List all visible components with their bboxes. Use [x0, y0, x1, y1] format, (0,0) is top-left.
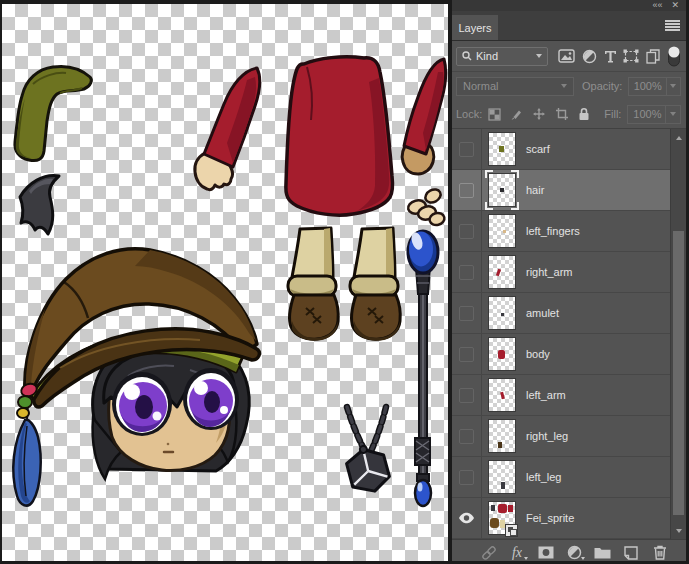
layer-styles-fx-button[interactable]: fx [509, 544, 526, 561]
lock-transparent-pixels-icon[interactable] [488, 108, 501, 121]
visibility-toggle[interactable] [452, 498, 482, 538]
lock-image-pixels-icon[interactable] [510, 108, 523, 121]
search-icon [462, 51, 472, 61]
filter-kind-dropdown[interactable]: Kind [456, 47, 548, 66]
eye-icon [458, 512, 475, 524]
lock-artboard-icon[interactable] [555, 107, 569, 121]
visibility-toggle[interactable] [452, 334, 482, 374]
amulet-sprite [344, 407, 391, 495]
fill-chevron[interactable] [666, 105, 681, 124]
layer-thumbnail[interactable] [488, 214, 516, 248]
close-panel-button[interactable]: ✕ [671, 1, 679, 10]
collapse-panel-button[interactable]: «« [652, 1, 662, 10]
layers-panel: «« ✕ Layers Kind [452, 0, 686, 561]
layer-row-hair[interactable]: hair [452, 170, 670, 211]
visibility-toggle[interactable] [452, 252, 482, 292]
staff-sprite [408, 231, 438, 506]
blend-mode-dropdown[interactable]: Normal [456, 77, 574, 96]
new-layer-button[interactable] [623, 544, 640, 561]
type-layer-filter-icon[interactable] [604, 50, 617, 63]
visibility-toggle[interactable] [452, 416, 482, 456]
layer-thumbnail[interactable] [488, 460, 516, 494]
filter-kind-label: Kind [476, 50, 532, 62]
scroll-up-arrow[interactable] [671, 131, 686, 144]
left-leg-sprite [350, 228, 400, 341]
right-arm-sprite [402, 59, 446, 174]
layer-name: right_leg [526, 430, 568, 442]
layer-row-left-fingers[interactable]: left_fingers [452, 211, 670, 252]
visibility-toggle[interactable] [452, 170, 482, 210]
layer-thumbnail[interactable] [488, 419, 516, 453]
new-adjustment-layer-button[interactable] [566, 544, 583, 561]
visibility-toggle[interactable] [452, 211, 482, 251]
left-fingers-sprite [407, 187, 446, 227]
lock-label: Lock: [456, 108, 482, 120]
character-head-sprite [13, 249, 259, 506]
opacity-label: Opacity: [582, 80, 622, 92]
layer-name: right_arm [526, 266, 572, 278]
layer-name: left_leg [526, 471, 561, 483]
chevron-down-icon [561, 84, 567, 88]
fill-label: Fill: [604, 108, 621, 120]
layer-name: amulet [526, 307, 559, 319]
pixel-layer-filter-icon[interactable] [558, 49, 575, 63]
layer-name: Fei_sprite [526, 512, 574, 524]
smart-object-badge [505, 524, 518, 537]
link-layers-button[interactable] [480, 544, 497, 561]
sprite-sheet-artwork [2, 4, 448, 561]
panel-titlebar: «« ✕ [452, 0, 686, 11]
fill-value-field[interactable]: 100% [627, 105, 666, 124]
layer-row-left-arm[interactable]: left_arm [452, 375, 670, 416]
layer-name: left_fingers [526, 225, 580, 237]
visibility-toggle[interactable] [452, 293, 482, 333]
layer-row-amulet[interactable]: amulet [452, 293, 670, 334]
chevron-down-icon [536, 54, 542, 58]
adjustment-layer-filter-icon[interactable] [582, 49, 597, 64]
layer-row-fei-sprite[interactable]: Fei_sprite [452, 498, 670, 539]
right-leg-sprite [288, 228, 338, 341]
layers-panel-toolbar: fx [452, 539, 686, 564]
lock-row: Lock: Fill: 100% [452, 100, 686, 129]
lock-position-icon[interactable] [532, 107, 546, 121]
layer-thumbnail[interactable] [488, 337, 516, 371]
visibility-toggle[interactable] [452, 457, 482, 497]
document-canvas[interactable] [2, 4, 448, 561]
panel-tabbar: Layers [452, 11, 686, 41]
filter-toggle-switch[interactable] [667, 45, 681, 68]
layer-list: scarf hair left_fingers right_arm amulet [452, 129, 686, 539]
layer-row-right-arm[interactable]: right_arm [452, 252, 670, 293]
opacity-chevron[interactable] [667, 77, 681, 96]
layer-thumbnail[interactable] [488, 296, 516, 330]
layer-name: scarf [526, 143, 550, 155]
scarf-sprite [15, 66, 91, 160]
panel-menu-icon[interactable] [665, 20, 680, 31]
layer-row-left-leg[interactable]: left_leg [452, 457, 670, 498]
left-arm-sprite [195, 68, 260, 190]
lock-all-icon[interactable] [578, 107, 590, 121]
layer-row-scarf[interactable]: scarf [452, 129, 670, 170]
layer-thumbnail[interactable] [488, 378, 516, 412]
body-sprite [286, 57, 393, 215]
layer-row-body[interactable]: body [452, 334, 670, 375]
hair-tuft-sprite [20, 175, 59, 234]
delete-layer-button[interactable] [651, 544, 668, 561]
shape-layer-filter-icon[interactable] [623, 49, 639, 63]
layer-thumbnail[interactable] [488, 501, 516, 535]
scrollbar-thumb[interactable] [673, 231, 684, 515]
scroll-down-arrow[interactable] [671, 524, 686, 537]
smart-object-filter-icon[interactable] [646, 49, 660, 64]
opacity-value-field[interactable]: 100% [628, 77, 666, 96]
new-group-button[interactable] [594, 544, 611, 561]
layer-row-right-leg[interactable]: right_leg [452, 416, 670, 457]
add-layer-mask-button[interactable] [537, 544, 554, 561]
visibility-toggle[interactable] [452, 375, 482, 415]
blend-mode-value: Normal [463, 80, 561, 92]
layer-thumbnail[interactable] [488, 173, 516, 207]
tab-layers[interactable]: Layers [452, 15, 498, 40]
layer-list-scrollbar[interactable] [670, 129, 686, 539]
layer-thumbnail[interactable] [488, 255, 516, 289]
layer-thumbnail[interactable] [488, 132, 516, 166]
layer-name: hair [526, 184, 544, 196]
layer-name: left_arm [526, 389, 566, 401]
visibility-toggle[interactable] [452, 129, 482, 169]
